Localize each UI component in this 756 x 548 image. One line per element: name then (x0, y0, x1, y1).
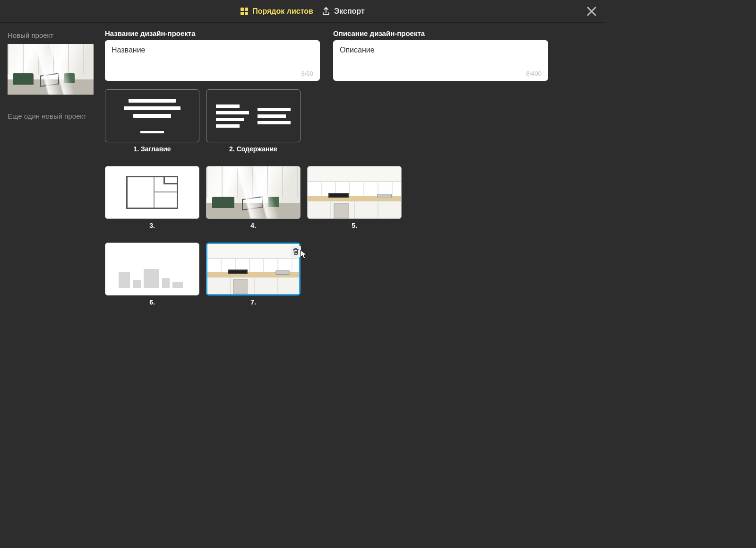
page-caption: 5. (352, 222, 357, 229)
sidebar: Новый проект Еще один новый проект (0, 23, 99, 438)
tab-sheet-order[interactable]: Порядок листов (240, 7, 313, 16)
tab-export[interactable]: Экспорт (322, 7, 365, 16)
page-thumb-contents[interactable] (206, 89, 301, 142)
close-button[interactable] (585, 5, 598, 18)
page-thumb-elevation[interactable] (105, 243, 199, 296)
tab-label: Экспорт (334, 7, 365, 16)
main-content: Название дизайн-проекта Название 8/60 Оп… (99, 23, 605, 438)
svg-rect-0 (241, 8, 244, 11)
pages-grid: 1. Заглавие 2. Содержание 3. (105, 89, 516, 306)
svg-rect-2 (241, 12, 244, 15)
desc-input[interactable]: Описание 8/400 (333, 40, 548, 81)
page-caption: 1. Заглавие (133, 145, 171, 153)
topbar: Порядок листов Экспорт (0, 0, 605, 23)
trash-icon (292, 248, 299, 255)
page-thumb-title[interactable] (105, 89, 199, 142)
page-caption: 2. Содержание (229, 145, 277, 153)
grid-icon (240, 7, 249, 16)
desc-label: Описание дизайн-проекта (333, 29, 548, 37)
desc-value: Описание (340, 46, 375, 54)
page-thumb-render-kitchen[interactable] (307, 166, 402, 219)
export-icon (322, 7, 330, 16)
name-label: Название дизайн-проекта (105, 29, 320, 37)
name-input[interactable]: Название 8/60 (105, 40, 320, 81)
page-caption: 7. (250, 298, 256, 306)
svg-rect-3 (245, 12, 248, 15)
delete-page-button[interactable] (291, 246, 301, 257)
page-caption: 6. (149, 298, 155, 306)
sidebar-project-thumbnail[interactable] (8, 44, 94, 95)
page-thumb-selected[interactable] (206, 243, 301, 296)
page-thumb-floorplan[interactable] (105, 166, 199, 219)
sidebar-project-current[interactable]: Новый проект (8, 29, 93, 41)
page-caption: 3. (149, 222, 155, 229)
tab-label: Порядок листов (252, 7, 313, 16)
page-caption: 4. (250, 222, 256, 229)
name-value: Название (112, 46, 146, 54)
cursor-icon (300, 250, 308, 261)
page-thumb-render-living[interactable] (206, 166, 301, 219)
desc-counter: 8/400 (526, 70, 541, 77)
name-counter: 8/60 (301, 70, 313, 77)
svg-rect-1 (245, 8, 248, 11)
sidebar-project-other[interactable]: Еще один новый проект (8, 110, 93, 122)
